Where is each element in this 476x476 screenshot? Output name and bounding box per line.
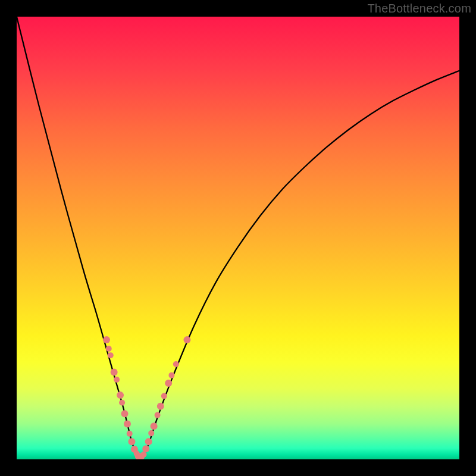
data-marker — [114, 377, 120, 383]
watermark-text: TheBottleneck.com — [367, 2, 471, 15]
data-marker — [111, 368, 118, 375]
chart-frame: TheBottleneck.com — [0, 0, 476, 476]
data-marker — [151, 422, 158, 430]
data-marker — [103, 336, 110, 343]
data-marker — [141, 452, 147, 458]
data-marker — [108, 352, 114, 358]
data-marker — [127, 431, 133, 437]
chart-svg — [17, 17, 459, 459]
data-marker — [119, 400, 125, 406]
data-marker — [106, 346, 112, 352]
data-marker — [157, 403, 164, 410]
data-marker — [121, 410, 129, 417]
data-marker — [155, 412, 161, 418]
data-marker — [128, 438, 135, 445]
bottleneck-curve — [17, 17, 459, 457]
data-marker — [117, 392, 124, 399]
data-marker — [142, 445, 149, 452]
data-marker — [124, 420, 131, 427]
data-marker — [165, 380, 172, 387]
data-marker — [168, 372, 174, 378]
data-marker — [148, 430, 154, 436]
data-marker — [145, 438, 152, 445]
data-marker — [183, 336, 190, 343]
data-marker — [173, 361, 179, 367]
data-marker — [161, 393, 167, 399]
plot-area — [17, 17, 459, 459]
